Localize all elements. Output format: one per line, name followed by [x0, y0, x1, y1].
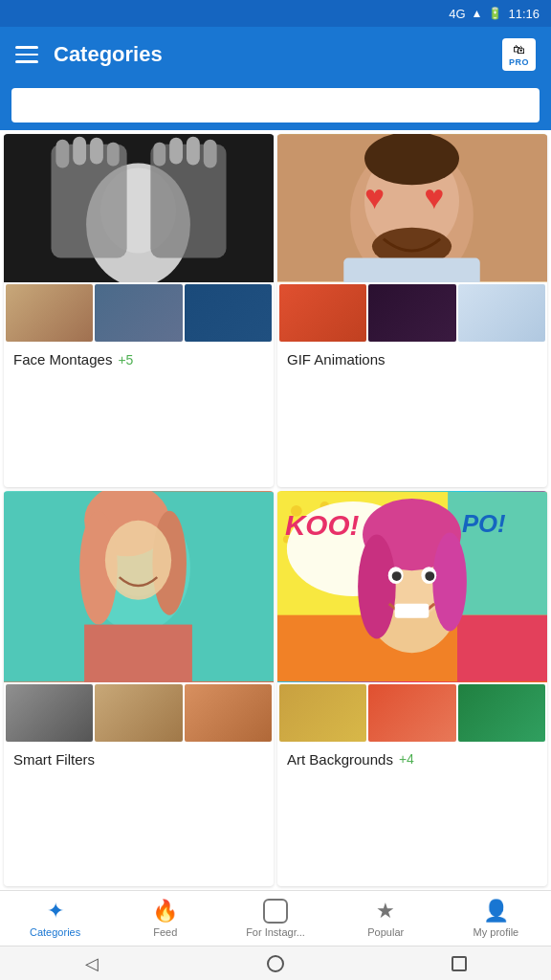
category-card-art-backgrounds[interactable]: KOO! PO!	[277, 491, 547, 887]
category-card-gif-animations[interactable]: ♥ ♥ GIF Animations	[277, 134, 547, 487]
svg-rect-11	[187, 137, 200, 166]
svg-rect-9	[153, 143, 165, 167]
smart-filters-thumbnails	[4, 682, 274, 744]
svg-point-43	[432, 532, 467, 631]
back-button[interactable]: ◁	[78, 950, 105, 977]
face-montages-thumbnails	[4, 282, 274, 344]
svg-rect-18	[343, 257, 479, 282]
feed-label: Feed	[153, 926, 177, 938]
face-montages-label: Face Montages +5	[4, 344, 274, 375]
nav-categories[interactable]: ✦ Categories	[0, 893, 110, 944]
instagram-icon	[263, 899, 288, 924]
thumb-1	[6, 284, 93, 342]
search-bar[interactable]	[11, 88, 540, 122]
sf-thumb-3	[185, 684, 272, 742]
svg-text:♥: ♥	[424, 178, 444, 216]
battery-icon: 🔋	[488, 7, 502, 20]
svg-text:KOO!: KOO!	[285, 508, 360, 540]
svg-rect-36	[457, 614, 547, 680]
svg-rect-6	[73, 137, 86, 166]
app-bar: Categories 🛍 PRO	[0, 27, 551, 82]
category-card-smart-filters[interactable]: Smart Filters	[4, 491, 274, 887]
svg-rect-48	[395, 603, 430, 617]
face-montages-main-image	[4, 134, 274, 282]
gif-animations-main-image: ♥ ♥	[277, 134, 547, 282]
gif-thumb-1	[279, 284, 366, 342]
pro-bag-icon: 🛍	[513, 42, 525, 56]
page-title: Categories	[54, 42, 487, 67]
profile-icon: 👤	[483, 899, 509, 924]
instagram-label: For Instagr...	[246, 926, 305, 938]
time-display: 11:16	[508, 7, 540, 21]
ab-thumb-2	[368, 684, 455, 742]
feed-icon: 🔥	[152, 899, 178, 924]
art-backgrounds-label: Art Backgrounds +4	[277, 744, 547, 775]
thumb-3	[185, 284, 272, 342]
recents-icon	[452, 956, 467, 971]
gif-thumb-2	[368, 284, 455, 342]
signal-icon: ▲	[472, 7, 483, 20]
thumb-2	[95, 284, 182, 342]
svg-rect-7	[90, 138, 103, 165]
bottom-nav: ✦ Categories 🔥 Feed For Instagr... ★ Pop…	[0, 890, 551, 946]
art-backgrounds-thumbnails	[277, 682, 547, 744]
popular-label: Popular	[367, 926, 404, 938]
categories-icon: ✦	[47, 899, 64, 924]
search-bar-area	[0, 82, 551, 130]
svg-rect-27	[84, 624, 192, 681]
svg-rect-5	[55, 140, 69, 168]
ab-thumb-1	[279, 684, 366, 742]
search-input[interactable]	[21, 98, 530, 113]
popular-icon: ★	[376, 899, 395, 924]
nav-popular[interactable]: ★ Popular	[331, 893, 441, 944]
network-indicator: 4G	[449, 7, 465, 21]
sf-thumb-2	[95, 684, 182, 742]
svg-rect-8	[107, 143, 120, 167]
svg-rect-12	[204, 140, 217, 168]
recents-button[interactable]	[446, 950, 473, 977]
smart-filters-label: Smart Filters	[4, 744, 274, 775]
home-button[interactable]	[262, 950, 289, 977]
svg-rect-10	[169, 138, 183, 165]
nav-profile[interactable]: 👤 My profile	[441, 893, 551, 944]
categories-label: Categories	[30, 926, 80, 938]
nav-feed[interactable]: 🔥 Feed	[110, 893, 220, 944]
svg-point-28	[105, 520, 171, 599]
menu-button[interactable]	[15, 46, 38, 63]
smart-filters-main-image	[4, 491, 274, 682]
back-icon: ◁	[85, 953, 99, 974]
svg-text:PO!: PO!	[462, 509, 506, 536]
gif-animations-thumbnails	[277, 282, 547, 344]
nav-instagram[interactable]: For Instagr...	[220, 893, 330, 944]
category-card-face-montages[interactable]: Face Montages +5	[4, 134, 274, 487]
pro-badge-button[interactable]: 🛍 PRO	[502, 38, 536, 71]
categories-grid: Face Montages +5 ♥ ♥	[0, 130, 551, 890]
svg-text:♥: ♥	[364, 178, 385, 216]
ab-thumb-3	[458, 684, 545, 742]
svg-point-47	[425, 571, 434, 581]
svg-point-46	[392, 571, 402, 581]
art-backgrounds-main-image: KOO! PO!	[277, 491, 547, 682]
status-bar: 4G ▲ 🔋 11:16	[0, 0, 551, 27]
profile-label: My profile	[474, 926, 519, 938]
pro-badge-label: PRO	[509, 57, 529, 67]
android-nav-bar: ◁	[0, 946, 551, 980]
gif-thumb-3	[458, 284, 545, 342]
home-icon	[267, 955, 284, 972]
gif-animations-label: GIF Animations	[277, 344, 547, 375]
sf-thumb-1	[6, 684, 93, 742]
svg-point-42	[358, 534, 396, 638]
